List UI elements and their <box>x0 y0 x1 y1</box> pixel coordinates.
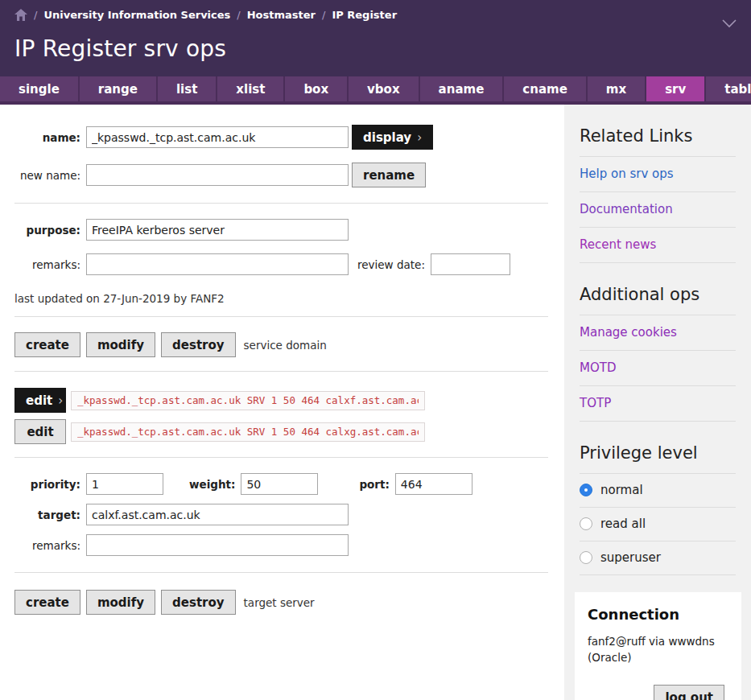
breadcrumb-separator: / <box>34 9 37 21</box>
tab-xlist[interactable]: xlist <box>217 76 285 101</box>
sidebar-link-help-on-srv-ops[interactable]: Help on srv ops <box>580 157 736 191</box>
priority-label: priority: <box>14 478 80 491</box>
divider <box>14 572 548 573</box>
privilege-radio-read-all[interactable]: read all <box>580 508 736 541</box>
tab-single[interactable]: single <box>0 76 80 101</box>
service-domain-caption: service domain <box>244 339 327 352</box>
target-label: target: <box>14 509 80 521</box>
name-label: name: <box>14 131 80 144</box>
srv-record-row: edit <box>14 419 564 444</box>
priority-input[interactable] <box>86 473 163 495</box>
tab-box[interactable]: box <box>285 76 349 101</box>
breadcrumb-link-hostmaster[interactable]: Hostmaster <box>247 9 316 21</box>
connection-card: Connection fanf2@ruff via wwwdns (Oracle… <box>575 592 741 700</box>
edit-record-button[interactable]: edit› <box>14 388 66 413</box>
name-input[interactable] <box>86 126 349 148</box>
header-collapse-chevron-icon[interactable] <box>720 16 738 31</box>
create-target-button[interactable]: create <box>14 590 80 615</box>
breadcrumb-link-uis[interactable]: University Information Services <box>43 9 230 21</box>
additional-ops-heading: Additional ops <box>580 285 736 304</box>
chevron-right-icon: › <box>58 393 63 408</box>
modify-target-button[interactable]: modify <box>86 590 155 615</box>
divider <box>14 316 548 317</box>
privilege-radio-normal[interactable]: normal <box>580 474 736 507</box>
srv-record-row: edit› <box>14 388 564 413</box>
rename-button[interactable]: rename <box>352 163 426 187</box>
breadcrumb: / University Information Services / Host… <box>14 9 397 21</box>
radio-button-icon <box>580 517 592 530</box>
tab-aname[interactable]: aname <box>420 76 505 101</box>
modify-service-button[interactable]: modify <box>86 332 155 357</box>
target-remarks-label: remarks: <box>14 539 80 552</box>
review-date-input[interactable] <box>431 253 510 275</box>
tab-vbox[interactable]: vbox <box>349 76 420 101</box>
weight-label: weight: <box>189 478 235 491</box>
divider <box>580 574 736 575</box>
last-updated-text: last updated on 27-Jun-2019 by FANF2 <box>14 292 564 305</box>
sidebar-link-motd[interactable]: MOTD <box>580 351 736 385</box>
new-name-input[interactable] <box>86 164 349 186</box>
divider <box>14 203 548 204</box>
port-label: port: <box>359 478 389 491</box>
tab-range[interactable]: range <box>80 76 158 101</box>
chevron-right-icon: › <box>417 130 422 145</box>
destroy-target-button[interactable]: destroy <box>161 590 236 615</box>
tab-list[interactable]: list <box>158 76 217 101</box>
home-icon[interactable] <box>14 9 27 21</box>
display-button[interactable]: display› <box>352 125 433 150</box>
page-title: IP Register srv ops <box>14 35 226 62</box>
target-server-caption: target server <box>244 596 315 609</box>
radio-button-icon <box>580 484 592 496</box>
connection-info: fanf2@ruff via wwwdns (Oracle) <box>588 634 728 665</box>
tab-srv[interactable]: srv <box>646 76 706 101</box>
target-input[interactable] <box>86 504 349 525</box>
target-remarks-input[interactable] <box>86 534 349 556</box>
tab-table[interactable]: table <box>706 76 751 101</box>
sidebar: Related Links Help on srv ops Documentat… <box>564 105 751 700</box>
port-input[interactable] <box>395 473 472 495</box>
breadcrumb-separator: / <box>237 9 240 21</box>
breadcrumb-separator: / <box>322 9 325 21</box>
nav-tabbar: single range list xlist box vbox aname c… <box>0 76 751 105</box>
page-header: / University Information Services / Host… <box>0 0 751 76</box>
srv-record-text[interactable] <box>71 422 425 442</box>
destroy-service-button[interactable]: destroy <box>161 332 236 357</box>
purpose-input[interactable] <box>86 219 349 241</box>
log-out-button[interactable]: log out <box>654 685 724 700</box>
radio-label: read all <box>600 517 646 531</box>
tab-table-label: table <box>724 82 751 97</box>
tab-cname[interactable]: cname <box>504 76 588 101</box>
privilege-radio-superuser[interactable]: superuser <box>580 541 736 574</box>
new-name-label: new name: <box>14 169 80 182</box>
sidebar-link-documentation[interactable]: Documentation <box>580 192 736 227</box>
divider <box>580 421 736 422</box>
sidebar-link-totp[interactable]: TOTP <box>580 386 736 421</box>
radio-label: superuser <box>600 550 661 565</box>
connection-heading: Connection <box>588 606 728 623</box>
related-links-heading: Related Links <box>580 126 736 146</box>
breadcrumb-link-ip-register[interactable]: IP Register <box>332 9 397 21</box>
weight-input[interactable] <box>241 473 318 495</box>
review-date-label: review date: <box>357 258 425 271</box>
radio-label: normal <box>600 483 643 497</box>
divider <box>14 371 548 372</box>
sidebar-link-manage-cookies[interactable]: Manage cookies <box>580 315 736 350</box>
radio-button-icon <box>580 551 592 564</box>
edit-record-button[interactable]: edit <box>14 419 66 444</box>
divider <box>580 262 736 263</box>
tab-mx[interactable]: mx <box>588 76 646 101</box>
srv-record-text[interactable] <box>71 391 425 410</box>
divider <box>14 457 548 458</box>
remarks-input[interactable] <box>86 253 349 275</box>
purpose-label: purpose: <box>14 224 80 237</box>
create-service-button[interactable]: create <box>14 332 80 357</box>
privilege-level-heading: Privilege level <box>580 443 736 463</box>
main-content: name: display› new name: rename purpose:… <box>0 105 564 700</box>
sidebar-link-recent-news[interactable]: Recent news <box>580 228 736 262</box>
remarks-label: remarks: <box>14 258 80 271</box>
